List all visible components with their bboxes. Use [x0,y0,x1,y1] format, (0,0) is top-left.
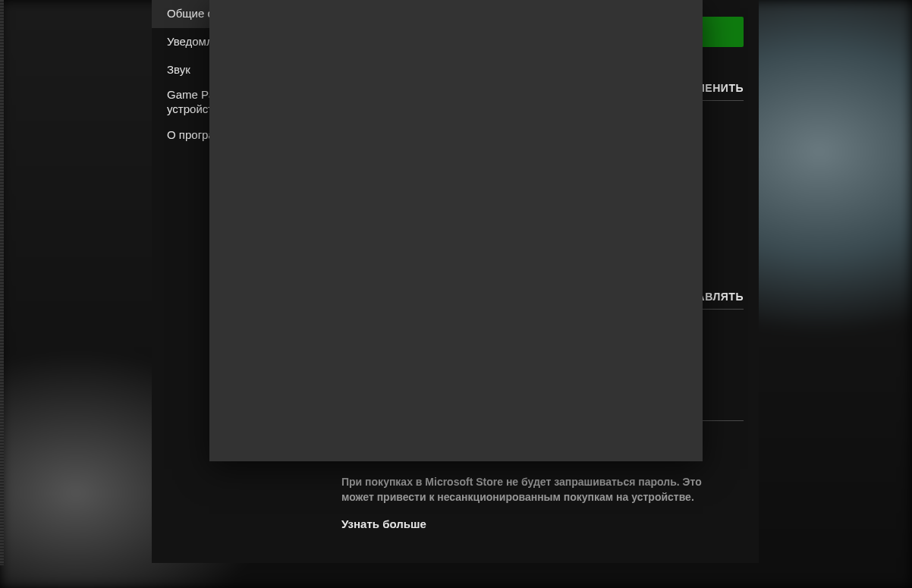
modal-overlay[interactable] [209,0,703,461]
learn-more-link[interactable]: Узнать больше [341,517,744,530]
left-edge-stripe [0,0,4,565]
sidebar-item-label: Звук [167,63,190,76]
warning-text: При покупках в Microsoft Store не будет … [341,474,721,505]
